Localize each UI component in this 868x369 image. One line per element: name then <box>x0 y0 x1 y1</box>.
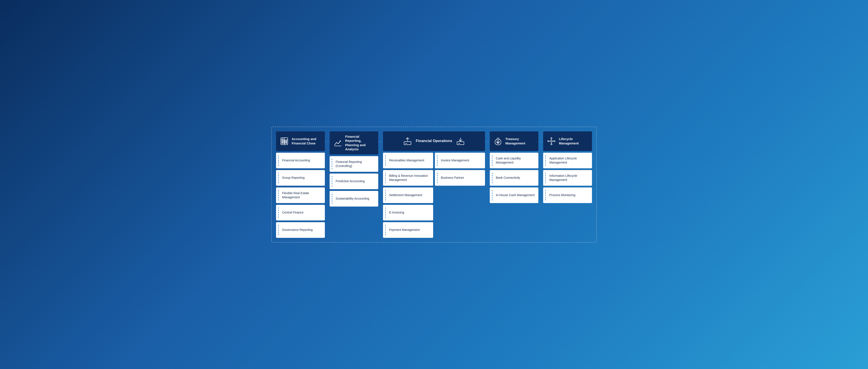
header-title-operations: Financial Operations <box>416 139 452 143</box>
svg-rect-3 <box>282 141 283 142</box>
card-financial-accounting[interactable]: Financial Accounting <box>276 153 325 168</box>
header-title-treasury: Treasury Management <box>505 137 535 145</box>
card-text: Governance Reporting <box>280 228 313 232</box>
card-predictive-accounting[interactable]: Predictive Accounting <box>330 173 378 189</box>
card-text: Application Lifecycle Management <box>548 157 589 165</box>
connector-4: ··· <box>538 132 543 144</box>
card-text: Settlement Management <box>388 193 422 197</box>
card-billing-revenue[interactable]: Billing & Revenue Innovation Management <box>383 170 433 186</box>
header-accounting: Accounting and Financial Close <box>276 132 325 151</box>
header-reporting: Financial Reporting, Planning and Analys… <box>330 132 378 154</box>
svg-rect-6 <box>282 142 283 143</box>
card-inhouse-cash[interactable]: In-House Cash Management <box>490 188 538 203</box>
download-tray-icon <box>456 136 465 146</box>
card-text: Billing & Revenue Innovation Management <box>388 174 430 182</box>
card-text: Central Finance <box>280 210 304 215</box>
svg-point-22 <box>554 141 555 142</box>
column-accounting: Accounting and Financial Close Financial… <box>276 132 325 238</box>
svg-point-24 <box>551 144 552 145</box>
card-bank-connectivity[interactable]: Bank Connectivity <box>490 170 538 186</box>
svg-rect-8 <box>286 142 287 143</box>
card-invoice-management[interactable]: Invoice Management <box>435 153 485 168</box>
card-text: Predictive Accounting <box>334 179 365 183</box>
card-text: Payment Management <box>388 228 420 232</box>
calculator-icon <box>279 136 289 146</box>
svg-rect-12 <box>404 142 411 145</box>
svg-point-23 <box>551 138 552 139</box>
main-container: Accounting and Financial Close Financial… <box>271 126 597 243</box>
card-text: Financial Reporting (Controlling) <box>334 160 375 168</box>
card-flexible-real-estate[interactable]: Flexible Real Estate Management <box>276 188 325 203</box>
card-text: Receivables Management <box>388 158 424 163</box>
column-lifecycle: Lifecycle Management Application Lifecyc… <box>543 132 592 203</box>
column-reporting: Financial Reporting, Planning and Analys… <box>330 132 378 206</box>
columns-wrapper: Accounting and Financial Close Financial… <box>276 132 592 238</box>
svg-point-21 <box>548 141 549 142</box>
card-text: Business Partner <box>439 176 464 180</box>
connector-3: ··· <box>485 132 490 144</box>
card-sustainability-accounting[interactable]: Sustainability Accounting <box>330 191 378 206</box>
column-treasury: € Treasury Management Cash and Liquidity… <box>490 132 538 203</box>
card-receivables-management[interactable]: Receivables Management <box>383 153 433 168</box>
svg-rect-5 <box>286 141 287 142</box>
header-title-lifecycle: Lifecycle Management <box>559 137 589 145</box>
operations-sub-columns: Receivables Management Billing & Revenue… <box>383 153 485 238</box>
operations-left: Receivables Management Billing & Revenue… <box>383 153 433 238</box>
card-governance-reporting[interactable]: Governance Reporting <box>276 222 325 238</box>
card-business-partner[interactable]: Business Partner <box>435 170 485 186</box>
connector-2: ··· <box>378 132 383 144</box>
operations-right: Invoice Management Business Partner <box>435 153 485 238</box>
card-text: Flexible Real Estate Management <box>280 191 322 199</box>
header-title-accounting: Accounting and Financial Close <box>292 137 321 145</box>
card-process-monitoring[interactable]: Process Monitoring <box>543 188 592 203</box>
card-information-lifecycle[interactable]: Information Lifecycle Management <box>543 170 592 186</box>
header-treasury: € Treasury Management <box>490 132 538 151</box>
card-text: Sustainability Accounting <box>334 197 369 201</box>
card-text: Information Lifecycle Management <box>548 174 589 182</box>
card-payment-management[interactable]: Payment Management <box>383 222 433 238</box>
card-central-finance[interactable]: Central Finance <box>276 205 325 221</box>
card-text: E-Invoicing <box>388 210 404 215</box>
header-title-reporting: Financial Reporting, Planning and Analys… <box>345 135 375 151</box>
header-operations: Financial Operations <box>383 132 485 151</box>
svg-text:€: € <box>498 141 499 143</box>
svg-rect-4 <box>284 141 285 142</box>
card-group-reporting[interactable]: Group Reporting <box>276 170 325 186</box>
card-text: Bank Connectivity <box>494 176 520 180</box>
column-operations: Financial Operations Receivables Managem… <box>383 132 485 238</box>
connector-1: ··· <box>325 132 330 144</box>
card-text: In-House Cash Management <box>494 193 535 197</box>
card-settlement-management[interactable]: Settlement Management <box>383 188 433 203</box>
card-text: Financial Accounting <box>280 158 310 163</box>
header-lifecycle: Lifecycle Management <box>543 132 592 151</box>
card-cash-liquidity[interactable]: Cash and Liquidity Management <box>490 153 538 168</box>
money-bag-icon: € <box>493 136 503 146</box>
card-financial-reporting-controlling[interactable]: Financial Reporting (Controlling) <box>330 156 378 172</box>
card-text: Invoice Management <box>439 158 469 163</box>
svg-rect-15 <box>457 142 464 145</box>
card-text: Cash and Liquidity Management <box>494 157 535 165</box>
svg-rect-7 <box>284 142 285 143</box>
card-text: Group Reporting <box>280 176 305 180</box>
network-icon <box>547 136 556 146</box>
card-e-invoicing[interactable]: E-Invoicing <box>383 205 433 221</box>
card-application-lifecycle[interactable]: Application Lifecycle Management <box>543 153 592 168</box>
chart-icon <box>333 138 343 148</box>
upload-tray-icon <box>403 136 412 146</box>
card-text: Process Monitoring <box>548 193 575 197</box>
svg-point-20 <box>551 140 552 142</box>
